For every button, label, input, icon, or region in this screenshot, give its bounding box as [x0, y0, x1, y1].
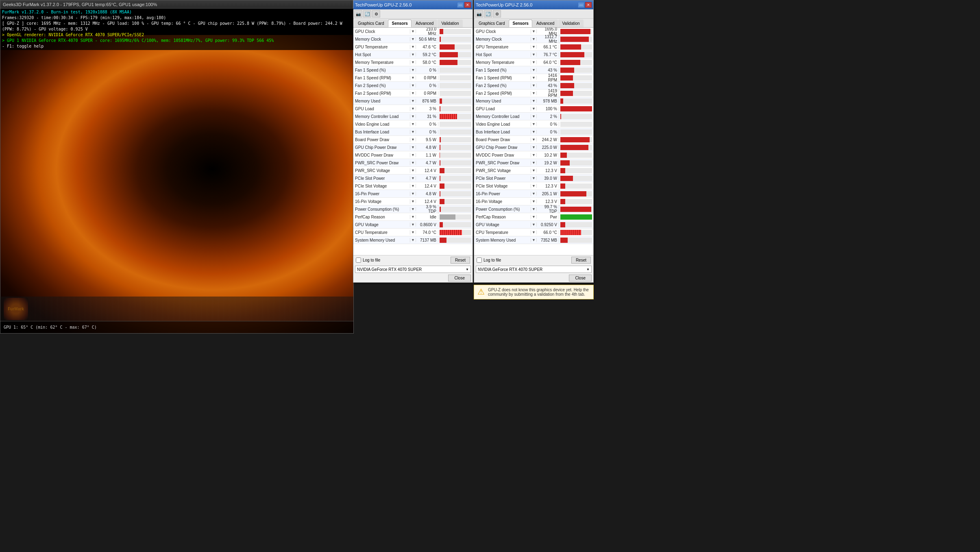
- sensor-dropdown-arrow[interactable]: ▼: [531, 161, 537, 165]
- sensor-dropdown-arrow[interactable]: ▼: [410, 153, 416, 157]
- gpuz-toolbar-icon-2[interactable]: 🔄: [363, 10, 371, 17]
- gpuz-log-label-2[interactable]: Log to file: [477, 257, 501, 263]
- sensor-dropdown-arrow[interactable]: ▼: [531, 122, 537, 126]
- sensor-dropdown-arrow[interactable]: ▼: [410, 68, 416, 72]
- gpuz-tab-sensors-2[interactable]: Sensors: [509, 20, 532, 27]
- sensor-dropdown-arrow[interactable]: ▼: [531, 192, 537, 196]
- gpuz-close-btn-2[interactable]: Close: [569, 275, 592, 281]
- sensor-dropdown-arrow[interactable]: ▼: [410, 29, 416, 33]
- sensor-dropdown-arrow[interactable]: ▼: [531, 114, 537, 118]
- sensor-dropdown-arrow[interactable]: ▼: [531, 207, 537, 211]
- sensor-dropdown-arrow[interactable]: ▼: [410, 107, 416, 111]
- gpuz-reset-btn-2[interactable]: Reset: [571, 257, 591, 264]
- gpuz-toolbar-icon-1[interactable]: 📷: [354, 10, 362, 17]
- gpuz-toolbar-icon-5[interactable]: 🔄: [484, 10, 492, 17]
- sensor-dropdown-arrow[interactable]: ▼: [531, 199, 537, 203]
- sensor-row: GPU Load▼100 %: [474, 105, 593, 113]
- gpuz-reset-btn-1[interactable]: Reset: [451, 257, 470, 264]
- sensor-dropdown-arrow[interactable]: ▼: [410, 114, 416, 118]
- sensor-value: 0 %: [416, 68, 438, 72]
- sensor-dropdown-arrow[interactable]: ▼: [410, 83, 416, 87]
- sensor-dropdown-arrow[interactable]: ▼: [410, 192, 416, 196]
- sensor-dropdown-arrow[interactable]: ▼: [531, 107, 537, 111]
- sensor-bar-container: [440, 60, 471, 65]
- gpuz-minimize-btn-2[interactable]: —: [578, 2, 584, 8]
- gpuz-tab-validation-1[interactable]: Validation: [438, 20, 462, 27]
- sensor-dropdown-arrow[interactable]: ▼: [531, 137, 537, 142]
- sensor-bar: [440, 214, 455, 220]
- sensor-dropdown-arrow[interactable]: ▼: [531, 60, 537, 64]
- sensor-dropdown-arrow[interactable]: ▼: [410, 199, 416, 203]
- sensor-dropdown-arrow[interactable]: ▼: [531, 145, 537, 149]
- gpuz-gpu-dropdown-2[interactable]: NVIDIA GeForce RTX 4070 SUPER ▼: [476, 266, 592, 273]
- sensor-dropdown-arrow[interactable]: ▼: [410, 60, 416, 64]
- gpuz-log-label-1[interactable]: Log to file: [356, 257, 380, 263]
- sensor-dropdown-arrow[interactable]: ▼: [410, 122, 416, 126]
- sensor-dropdown-arrow[interactable]: ▼: [410, 145, 416, 149]
- sensor-dropdown-arrow[interactable]: ▼: [410, 207, 416, 211]
- gpuz-toolbar-icon-6[interactable]: ⚙: [493, 10, 501, 17]
- sensor-dropdown-arrow[interactable]: ▼: [531, 68, 537, 72]
- gpuz-tab-sensors-1[interactable]: Sensors: [388, 20, 411, 27]
- sensor-dropdown-arrow[interactable]: ▼: [410, 137, 416, 142]
- sensor-row: GPU Clock▼1695.0 MHz: [474, 28, 593, 35]
- sensor-dropdown-arrow[interactable]: ▼: [410, 230, 416, 234]
- sensor-row: PCIe Slot Power▼39.0 W: [474, 175, 593, 182]
- sensor-name: Memory Used: [474, 99, 531, 103]
- gpuz-toolbar-icon-4[interactable]: 📷: [475, 10, 483, 17]
- sensor-dropdown-arrow[interactable]: ▼: [531, 230, 537, 234]
- sensor-bar-container: [440, 145, 471, 150]
- gpuz-tab-graphics-1[interactable]: Graphics Card: [354, 20, 388, 27]
- sensor-dropdown-arrow[interactable]: ▼: [531, 83, 537, 87]
- sensor-bar: [440, 44, 455, 50]
- sensor-dropdown-arrow[interactable]: ▼: [410, 184, 416, 188]
- sensor-dropdown-arrow[interactable]: ▼: [531, 238, 537, 242]
- sensor-dropdown-arrow[interactable]: ▼: [410, 76, 416, 80]
- gpuz-tab-advanced-1[interactable]: Advanced: [412, 20, 437, 27]
- sensor-dropdown-arrow[interactable]: ▼: [531, 76, 537, 80]
- gpuz-close-btn-1[interactable]: Close: [448, 275, 471, 281]
- sensor-dropdown-arrow[interactable]: ▼: [410, 45, 416, 49]
- gpuz-tab-graphics-2[interactable]: Graphics Card: [475, 20, 508, 27]
- gpuz-tab-validation-2[interactable]: Validation: [558, 20, 583, 27]
- sensor-value: 0 %: [537, 122, 559, 127]
- sensor-dropdown-arrow[interactable]: ▼: [410, 91, 416, 95]
- sensor-dropdown-arrow[interactable]: ▼: [410, 223, 416, 227]
- gpuz-toolbar-icon-3[interactable]: ⚙: [372, 10, 380, 17]
- sensor-dropdown-arrow[interactable]: ▼: [531, 176, 537, 180]
- sensor-dropdown-arrow[interactable]: ▼: [531, 99, 537, 103]
- sensor-dropdown-arrow[interactable]: ▼: [410, 37, 416, 41]
- gpuz-tab-advanced-2[interactable]: Advanced: [533, 20, 558, 27]
- gpuz-minimize-btn-1[interactable]: —: [457, 2, 464, 8]
- sensor-dropdown-arrow[interactable]: ▼: [410, 215, 416, 219]
- sensor-dropdown-arrow[interactable]: ▼: [531, 153, 537, 157]
- sensor-dropdown-arrow[interactable]: ▼: [531, 215, 537, 219]
- gpuz-log-checkbox-1[interactable]: [356, 257, 361, 263]
- sensor-dropdown-arrow[interactable]: ▼: [531, 184, 537, 188]
- sensor-dropdown-arrow[interactable]: ▼: [531, 130, 537, 134]
- sensor-dropdown-arrow[interactable]: ▼: [410, 176, 416, 180]
- gpuz-close-title-btn-2[interactable]: ✕: [585, 2, 592, 8]
- gpuz-dropdown-icon-1: ▼: [466, 268, 469, 271]
- sensor-dropdown-arrow[interactable]: ▼: [531, 37, 537, 41]
- sensor-bar-container: [440, 168, 471, 173]
- gpuz-gpu-dropdown-1[interactable]: NVIDIA GeForce RTX 4070 SUPER ▼: [355, 266, 471, 273]
- sensor-dropdown-arrow[interactable]: ▼: [410, 238, 416, 242]
- sensor-bar-container: [560, 145, 592, 150]
- gpuz-sensors-container-1: GPU Clock▼210.0 MHzMemory Clock▼50.6 MHz…: [353, 28, 473, 269]
- sensor-dropdown-arrow[interactable]: ▼: [531, 29, 537, 33]
- sensor-dropdown-arrow[interactable]: ▼: [410, 130, 416, 134]
- sensor-dropdown-arrow[interactable]: ▼: [410, 99, 416, 103]
- sensor-dropdown-arrow[interactable]: ▼: [531, 168, 537, 172]
- sensor-row: Fan 1 Speed (%)▼43 %: [474, 66, 593, 74]
- sensor-dropdown-arrow[interactable]: ▼: [410, 52, 416, 57]
- gpuz-log-checkbox-2[interactable]: [477, 257, 482, 263]
- sensor-bar-container: [440, 98, 471, 104]
- gpuz-close-title-btn-1[interactable]: ✕: [464, 2, 471, 8]
- sensor-dropdown-arrow[interactable]: ▼: [410, 161, 416, 165]
- sensor-dropdown-arrow[interactable]: ▼: [531, 91, 537, 95]
- sensor-dropdown-arrow[interactable]: ▼: [531, 52, 537, 57]
- sensor-dropdown-arrow[interactable]: ▼: [410, 168, 416, 172]
- sensor-dropdown-arrow[interactable]: ▼: [531, 223, 537, 227]
- sensor-dropdown-arrow[interactable]: ▼: [531, 45, 537, 49]
